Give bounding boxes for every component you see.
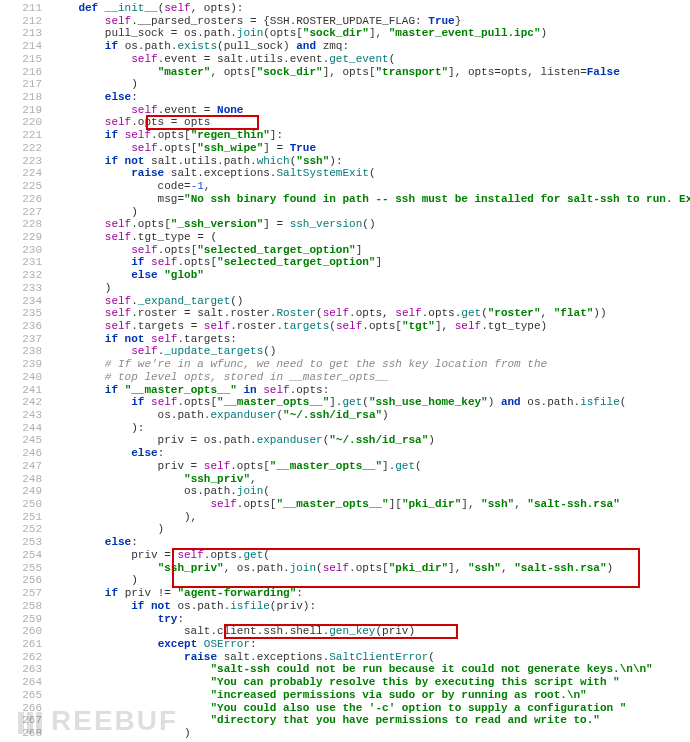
line-number: 213 [0,27,42,40]
line-number: 263 [0,663,42,676]
code-line: else: [52,447,690,460]
code-line: "ssh_priv", [52,473,690,486]
line-number: 259 [0,613,42,626]
code-line: # top level opts, stored in __master_opt… [52,371,690,384]
line-number: 249 [0,485,42,498]
line-number: 229 [0,231,42,244]
code-editor: 2112122132142152162172182192202212222232… [0,0,690,742]
code-line: ) [52,574,690,587]
line-number: 231 [0,256,42,269]
code-line: priv = os.path.expanduser("~/.ssh/id_rsa… [52,434,690,447]
code-line: "master", opts["sock_dir"], opts["transp… [52,66,690,79]
code-line: pull_sock = os.path.join(opts["sock_dir"… [52,27,690,40]
line-number: 227 [0,206,42,219]
code-line: if not salt.utils.path.which("ssh"): [52,155,690,168]
line-number: 220 [0,116,42,129]
line-number: 239 [0,358,42,371]
line-number: 248 [0,473,42,486]
code-line: if self.opts["__master_opts__"].get("ssh… [52,396,690,409]
code-line: salt.client.ssh.shell.gen_key(priv) [52,625,690,638]
code-line: if self.opts["regen_thin"]: [52,129,690,142]
line-number: 242 [0,396,42,409]
line-number: 253 [0,536,42,549]
line-number: 211 [0,2,42,15]
code-line: priv = self.opts.get( [52,549,690,562]
line-number: 241 [0,384,42,397]
code-line: self.targets = self.roster.targets(self.… [52,320,690,333]
code-line: ) [52,282,690,295]
code-line: if priv != "agent-forwarding": [52,587,690,600]
line-number: 246 [0,447,42,460]
code-line: self.opts["__master_opts__"]["pki_dir"],… [52,498,690,511]
code-line: self.opts["ssh_wipe"] = True [52,142,690,155]
line-number: 260 [0,625,42,638]
code-line: code=-1, [52,180,690,193]
code-line: else "glob" [52,269,690,282]
watermark-text: REEBUF [51,705,178,736]
line-number: 261 [0,638,42,651]
line-number: 262 [0,651,42,664]
line-number: 264 [0,676,42,689]
watermark: REEBUF [18,712,178,734]
line-number: 226 [0,193,42,206]
code-line: raise salt.exceptions.SaltSystemExit( [52,167,690,180]
code-line: self._update_targets() [52,345,690,358]
line-number: 222 [0,142,42,155]
line-number: 221 [0,129,42,142]
code-line: ) [52,523,690,536]
line-number: 265 [0,689,42,702]
code-line: self.event = salt.utils.event.get_event( [52,53,690,66]
line-number: 216 [0,66,42,79]
line-number: 236 [0,320,42,333]
code-line: "You can probably resolve this by execut… [52,676,690,689]
line-number: 234 [0,295,42,308]
line-number: 257 [0,587,42,600]
line-number: 255 [0,562,42,575]
code-line: "salt-ssh could not be run because it co… [52,663,690,676]
line-number: 214 [0,40,42,53]
code-line: self.opts["selected_target_option"] [52,244,690,257]
line-number: 212 [0,15,42,28]
code-line: ) [52,206,690,219]
code-area: def __init__(self, opts): self.__parsed_… [48,0,690,742]
line-number: 235 [0,307,42,320]
line-number: 232 [0,269,42,282]
line-number: 251 [0,511,42,524]
line-number: 243 [0,409,42,422]
code-line: if os.path.exists(pull_sock) and zmq: [52,40,690,53]
line-number: 254 [0,549,42,562]
line-number: 230 [0,244,42,257]
code-line: ), [52,511,690,524]
code-line: def __init__(self, opts): [52,2,690,15]
code-line: if not os.path.isfile(priv): [52,600,690,613]
line-number: 245 [0,434,42,447]
line-number: 228 [0,218,42,231]
code-line: self.tgt_type = ( [52,231,690,244]
line-number: 247 [0,460,42,473]
line-number: 218 [0,91,42,104]
line-number: 252 [0,523,42,536]
code-line: self.roster = salt.roster.Roster(self.op… [52,307,690,320]
line-number: 240 [0,371,42,384]
code-line: else: [52,91,690,104]
line-number: 258 [0,600,42,613]
code-line: self.__parsed_rosters = {SSH.ROSTER_UPDA… [52,15,690,28]
code-line: "ssh_priv", os.path.join(self.opts["pki_… [52,562,690,575]
code-line: self._expand_target() [52,295,690,308]
code-line: os.path.expanduser("~/.ssh/id_rsa") [52,409,690,422]
line-number: 238 [0,345,42,358]
line-number: 225 [0,180,42,193]
code-line: self.opts = opts [52,116,690,129]
code-line: else: [52,536,690,549]
line-number: 224 [0,167,42,180]
line-number: 233 [0,282,42,295]
line-number: 217 [0,78,42,91]
code-line: if self.opts["selected_target_option"] [52,256,690,269]
line-number: 244 [0,422,42,435]
code-line: ): [52,422,690,435]
code-line: "increased permissions via sudo or by ru… [52,689,690,702]
code-line: self.opts["_ssh_version"] = ssh_version(… [52,218,690,231]
code-line: self.event = None [52,104,690,117]
code-line: if "__master_opts__" in self.opts: [52,384,690,397]
code-line: ) [52,78,690,91]
